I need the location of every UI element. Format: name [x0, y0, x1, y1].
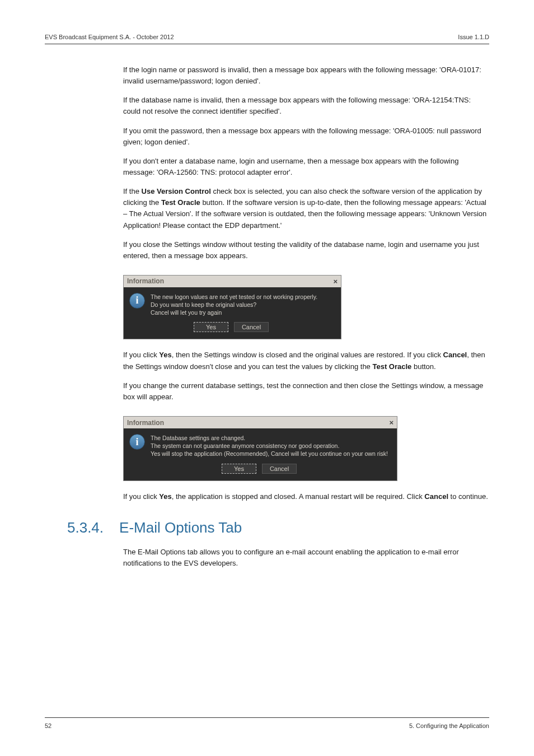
- bold-text: Test Oracle: [372, 362, 411, 371]
- info-icon: i: [129, 434, 145, 450]
- information-dialog-1: Information × i The new logon values are…: [123, 275, 341, 340]
- paragraph: If the login name or password is invalid…: [123, 64, 489, 87]
- paragraph: If you close the Settings window without…: [123, 239, 489, 262]
- paragraph: If the database name is invalid, then a …: [123, 95, 489, 117]
- paragraph: If the Use Version Control check box is …: [123, 186, 489, 231]
- text: , the application is stopped and closed.…: [172, 492, 425, 501]
- text: button.: [411, 362, 435, 371]
- dialog-titlebar: Information ×: [124, 276, 341, 287]
- footer-page-number: 52: [45, 722, 51, 729]
- section-heading: 5.3.4. E-Mail Options Tab: [67, 519, 489, 536]
- yes-button[interactable]: Yes: [194, 322, 228, 332]
- text: to continue.: [448, 492, 488, 501]
- bold-text: Yes: [159, 351, 171, 359]
- text: If you click: [123, 351, 159, 359]
- dialog-body: i The new logon values are not yet teste…: [124, 287, 341, 339]
- text: , then the Settings window is closed and…: [172, 351, 443, 359]
- section-number: 5.3.4.: [67, 519, 104, 536]
- bold-text: Test Oracle: [161, 198, 200, 207]
- yes-button[interactable]: Yes: [222, 464, 256, 474]
- bold-text: Use Version Control: [142, 187, 211, 195]
- header-left: EVS Broadcast Equipment S.A. - October 2…: [45, 34, 174, 40]
- information-dialog-2: Information × i The Database settings ar…: [123, 416, 397, 481]
- dialog-message: The Database settings are changed. The s…: [151, 434, 388, 458]
- page-footer: 52 5. Configuring the Application: [45, 717, 489, 729]
- footer-section: 5. Configuring the Application: [409, 722, 489, 729]
- info-icon: i: [129, 293, 145, 309]
- dialog-titlebar: Information ×: [124, 417, 397, 428]
- close-icon[interactable]: ×: [333, 277, 338, 286]
- paragraph: If you click Yes, the application is sto…: [123, 491, 489, 502]
- bold-text: Yes: [159, 492, 171, 501]
- paragraph: If you change the current database setti…: [123, 380, 489, 403]
- text: If the: [123, 187, 142, 195]
- page-header: EVS Broadcast Equipment S.A. - October 2…: [45, 34, 489, 44]
- paragraph: The E-Mail Options tab allows you to con…: [123, 547, 489, 569]
- dialog-message: The new logon values are not yet tested …: [151, 293, 317, 317]
- dialog-body: i The Database settings are changed. The…: [124, 428, 397, 480]
- bold-text: Cancel: [424, 492, 448, 501]
- page-content: If the login name or password is invalid…: [45, 64, 489, 569]
- paragraph: If you omit the password, then a message…: [123, 125, 489, 148]
- close-icon[interactable]: ×: [389, 418, 394, 427]
- text: If you click: [123, 492, 159, 501]
- header-right: Issue 1.1.D: [458, 34, 489, 40]
- cancel-button[interactable]: Cancel: [234, 322, 269, 332]
- cancel-button[interactable]: Cancel: [262, 464, 297, 474]
- paragraph: If you don't enter a database name, logi…: [123, 156, 489, 178]
- paragraph: If you click Yes, then the Settings wind…: [123, 349, 489, 372]
- dialog-title: Information: [127, 419, 164, 427]
- section-title: E-Mail Options Tab: [119, 519, 242, 536]
- dialog-title: Information: [127, 277, 164, 285]
- bold-text: Cancel: [443, 351, 467, 359]
